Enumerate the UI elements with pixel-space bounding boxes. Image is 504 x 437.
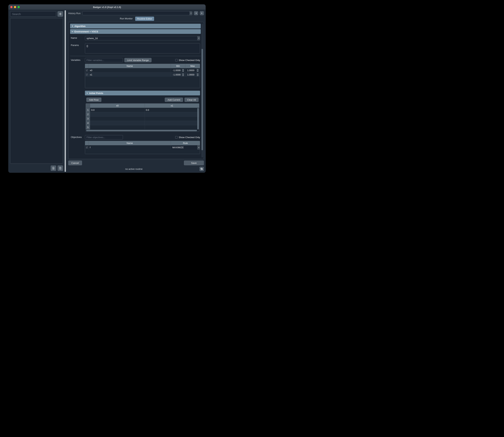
ip-cell[interactable] bbox=[145, 121, 199, 125]
minimize-window-button[interactable] bbox=[14, 6, 16, 8]
app-window: Badger v1.0 (Xopt v2.1.0) bbox=[8, 4, 206, 173]
variables-show-checked-checkbox[interactable] bbox=[175, 59, 178, 61]
add-row-button[interactable]: Add Row bbox=[86, 98, 101, 102]
objective-row-name[interactable]: f bbox=[89, 145, 171, 149]
chevron-down-icon bbox=[71, 30, 73, 32]
routine-list[interactable] bbox=[10, 18, 63, 164]
save-button[interactable]: Save bbox=[184, 160, 204, 165]
titlebar: Badger v1.0 (Xopt v2.1.0) bbox=[9, 5, 206, 10]
add-routine-button[interactable] bbox=[58, 11, 63, 17]
variables-header-check[interactable] bbox=[85, 64, 89, 68]
objectives-header-rule[interactable]: Rule bbox=[171, 141, 200, 145]
spin-up-icon: ▲ bbox=[197, 73, 198, 75]
editor-scrollbar[interactable] bbox=[201, 22, 204, 159]
section-header-algorithm[interactable]: Algorithm bbox=[70, 24, 201, 29]
ip-cell[interactable] bbox=[90, 117, 145, 121]
settings-button[interactable] bbox=[199, 167, 204, 171]
variable-row-name[interactable]: x1 bbox=[89, 73, 171, 77]
variables-filter-input[interactable] bbox=[85, 58, 123, 62]
variables-header-max[interactable]: Max bbox=[185, 64, 200, 68]
gear-icon bbox=[200, 168, 203, 170]
history-next-button[interactable] bbox=[200, 11, 204, 15]
env-params-label: Params bbox=[71, 43, 83, 47]
spin-down-icon: ▼ bbox=[197, 75, 198, 76]
ip-row-index: 3 bbox=[86, 117, 90, 121]
objectives-show-checked-checkbox[interactable] bbox=[175, 136, 178, 139]
ip-row-index: 4 bbox=[86, 121, 90, 125]
chevron-down-icon bbox=[86, 92, 88, 94]
export-button[interactable] bbox=[51, 165, 56, 171]
env-name-select[interactable]: sphere_2d bbox=[85, 36, 200, 40]
section-title-initial-points: Initial Points bbox=[89, 92, 103, 94]
history-run-select[interactable] bbox=[82, 11, 192, 15]
section-header-initial-points[interactable]: Initial Points bbox=[85, 91, 200, 95]
ip-vertical-scrollbar[interactable] bbox=[197, 108, 199, 129]
file-export-icon bbox=[52, 167, 55, 169]
section-title-algorithm: Algorithm bbox=[74, 25, 85, 28]
variable-row-min-input[interactable]: -1.0000▲▼ bbox=[172, 73, 184, 76]
plus-icon bbox=[59, 13, 61, 15]
ip-cell[interactable] bbox=[90, 112, 145, 116]
add-current-button[interactable]: Add Current bbox=[165, 98, 183, 102]
ip-header-x0[interactable]: x0 bbox=[90, 104, 145, 108]
import-button[interactable] bbox=[58, 165, 63, 171]
content-area: History Run Run Monitor Routine Editor bbox=[66, 10, 206, 172]
objectives-header-name[interactable]: Name bbox=[89, 141, 171, 145]
ip-row-index: 5 bbox=[86, 125, 90, 129]
ip-row-index: 1 bbox=[86, 108, 90, 112]
status-text: no active routine bbox=[68, 168, 199, 170]
tabs: Run Monitor Routine Editor bbox=[68, 17, 204, 21]
ip-cell[interactable] bbox=[90, 125, 145, 129]
history-run-label: History Run bbox=[68, 12, 80, 15]
section-header-env[interactable]: Environment + VOCS bbox=[70, 29, 201, 34]
env-params-input[interactable]: {} bbox=[85, 43, 200, 53]
ip-cell[interactable]: 0.0 bbox=[90, 108, 145, 112]
main-split: History Run Run Monitor Routine Editor bbox=[9, 10, 206, 172]
tab-run-monitor[interactable]: Run Monitor bbox=[118, 17, 135, 21]
spin-up-icon: ▲ bbox=[182, 69, 184, 70]
variable-row-checkbox[interactable] bbox=[86, 73, 88, 76]
ip-cell[interactable] bbox=[90, 121, 145, 125]
chevron-down-icon bbox=[197, 145, 200, 149]
variable-row-max-input[interactable]: 1.0000▲▼ bbox=[187, 73, 199, 76]
variables-header-min[interactable]: Min bbox=[171, 64, 185, 68]
objective-row-checkbox[interactable] bbox=[86, 146, 88, 149]
objective-row-rule-select[interactable]: MAXIMIZE bbox=[171, 145, 200, 149]
splitter[interactable] bbox=[65, 10, 66, 172]
divider bbox=[70, 56, 201, 56]
env-params-value: {} bbox=[87, 45, 88, 47]
spin-down-icon: ▼ bbox=[197, 70, 198, 72]
objectives-filter-input[interactable] bbox=[85, 135, 123, 139]
variable-row-checkbox[interactable] bbox=[86, 69, 88, 71]
ip-cell[interactable] bbox=[145, 112, 199, 116]
variables-label: Variables bbox=[71, 58, 83, 61]
initial-points-table: x0 x1 1 0.0 0.0 bbox=[86, 103, 199, 132]
chevron-down-icon bbox=[197, 36, 200, 40]
objectives-header-check[interactable] bbox=[85, 141, 89, 145]
ip-header-x1[interactable]: x1 bbox=[145, 104, 199, 108]
search-input[interactable] bbox=[10, 11, 56, 17]
tab-routine-editor[interactable]: Routine Editor bbox=[135, 17, 154, 21]
zoom-window-button[interactable] bbox=[18, 6, 20, 8]
section-title-env: Environment + VOCS bbox=[74, 30, 98, 33]
objectives-table: Name Rule f MAXIMIZE bbox=[85, 141, 200, 154]
env-name-label: Name bbox=[71, 36, 83, 39]
objectives-show-checked-label: Show Checked Only bbox=[179, 136, 200, 139]
variables-header-name[interactable]: Name bbox=[89, 64, 171, 68]
cancel-button[interactable]: Cancel bbox=[68, 160, 82, 165]
ip-cell[interactable] bbox=[145, 117, 199, 121]
variable-row-min-input[interactable]: -1.0000▲▼ bbox=[172, 69, 184, 72]
variable-row-name[interactable]: x0 bbox=[89, 68, 171, 72]
ip-cell[interactable]: 0.0 bbox=[145, 108, 199, 112]
window-controls bbox=[10, 6, 20, 8]
ip-horizontal-scrollbar[interactable] bbox=[86, 130, 197, 131]
ip-cell[interactable] bbox=[145, 125, 199, 129]
objectives-label: Objectives bbox=[71, 135, 83, 139]
triangle-left-icon bbox=[195, 12, 197, 14]
clear-all-button[interactable]: Clear All bbox=[185, 98, 198, 102]
close-window-button[interactable] bbox=[10, 6, 12, 8]
variable-row-max-input[interactable]: 1.0000▲▼ bbox=[187, 69, 199, 72]
spin-down-icon: ▼ bbox=[182, 70, 184, 72]
limit-variable-range-button[interactable]: Limit Variable Range bbox=[124, 58, 151, 62]
history-prev-button[interactable] bbox=[194, 11, 198, 15]
